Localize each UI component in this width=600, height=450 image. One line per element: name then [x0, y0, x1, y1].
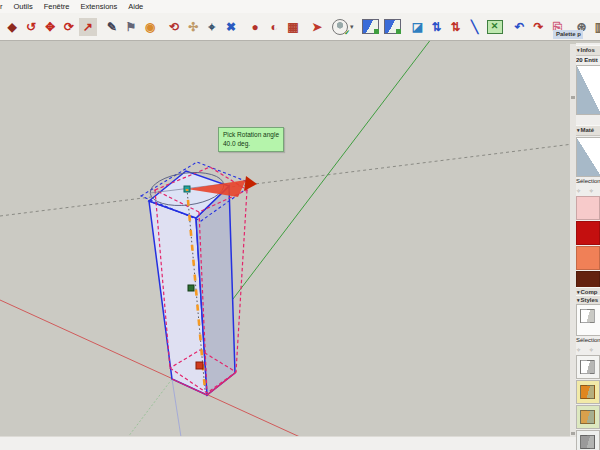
section-cut-red-icon[interactable]: ⇅	[447, 18, 465, 36]
style-orange-yellow[interactable]	[576, 380, 600, 404]
materials-selection-tab[interactable]: Sélection	[576, 177, 600, 185]
menu-item-aide[interactable]: Aide	[128, 2, 143, 11]
status-bar	[0, 436, 600, 450]
redo-icon[interactable]: ↷	[530, 18, 548, 36]
material-triangle-preview	[577, 138, 600, 176]
entity-info-header[interactable]: ▾Infos	[576, 45, 600, 56]
tray-title: Palette p	[553, 30, 583, 39]
orbit-icon[interactable]: ⟲	[165, 18, 183, 36]
rotate-circle-icon[interactable]: ⟳	[60, 18, 78, 36]
style-thumb-list	[576, 355, 600, 450]
style-cube-preview	[580, 309, 595, 323]
signin-check-icon: ✓	[344, 29, 350, 37]
toolbar-group: ●◐▦	[244, 18, 304, 36]
menu-item-fentre[interactable]: Fenêtre	[44, 2, 70, 11]
menu-item-extensions[interactable]: Extensions	[81, 2, 118, 11]
rotation-tooltip: Pick Rotation angle 40.0 deg.	[218, 127, 284, 152]
style-default-white[interactable]	[576, 355, 600, 379]
move-cross-icon[interactable]: ✥	[41, 18, 59, 36]
paint-bucket-icon[interactable]: ◉	[141, 18, 159, 36]
menu-item-partial[interactable]: r	[0, 2, 3, 11]
materials-header[interactable]: ▾Maté	[576, 125, 600, 136]
red-marker-tool-icon[interactable]: ➤	[308, 18, 326, 36]
avatar-dropdown-icon[interactable]: ▾	[350, 23, 354, 31]
component-cabinet-icon[interactable]: ▥	[592, 18, 600, 36]
import-arrow-icon[interactable]: ◆	[3, 18, 21, 36]
scrollbar-mark[interactable]	[571, 96, 575, 99]
undo-icon[interactable]: ↶	[511, 18, 529, 36]
style-cube-icon	[580, 360, 595, 374]
toolbar-group: ✓▾	[330, 19, 356, 35]
entity-info-preview	[576, 65, 600, 115]
signin-avatar-icon[interactable]: ✓	[332, 19, 348, 35]
blue-axis-line	[172, 379, 181, 437]
green-axis-negative	[128, 379, 172, 437]
zoom-extents-icon[interactable]: ✖	[222, 18, 240, 36]
styles-nav-arrows[interactable]: ✧ ✧	[576, 346, 600, 355]
style-monochrome-gray[interactable]	[576, 430, 600, 450]
dims-note-icon[interactable]: ⚑	[122, 18, 140, 36]
swatch-red[interactable]	[576, 221, 600, 245]
materials-nav-arrows[interactable]: ✧ ✧	[576, 187, 600, 196]
tooltip-line2: 40.0 deg.	[223, 139, 279, 148]
red-axis-line	[0, 300, 300, 437]
toolbar-group: ✎⚑◉	[101, 18, 161, 36]
rotate-cursor-arrow	[244, 176, 257, 191]
menu-bar: r OutilsFenêtreExtensionsAide	[0, 0, 600, 13]
toolbar-group	[358, 19, 405, 34]
edge-style-line-icon[interactable]: ╲	[466, 18, 484, 36]
materials-preview	[576, 137, 600, 177]
eyedropper-icon[interactable]: ✎	[103, 18, 121, 36]
midpoint-marker-green[interactable]	[188, 285, 194, 291]
section-plane-2-icon[interactable]	[384, 19, 401, 34]
material-swatch-list	[576, 196, 600, 295]
menu-item-outils[interactable]: Outils	[14, 2, 33, 11]
face-camera-2-icon[interactable]: ◐	[265, 18, 283, 36]
styles-selection-tab[interactable]: Sélection	[576, 336, 600, 344]
section-plane-1-icon[interactable]	[362, 19, 379, 34]
right-tray: ▾Infos 20 Entit ▾Maté Sélection ✧ ✧ ▾Com…	[576, 43, 600, 450]
model-scene	[0, 41, 573, 437]
collapse-arrow-icon: ▾	[577, 297, 580, 303]
rotate-swirl-icon[interactable]: ↺	[22, 18, 40, 36]
toolbar-group: ◆↺✥⟳↗	[1, 18, 99, 36]
toolbar-group: ⟲✣⌖✖	[163, 18, 242, 36]
style-cube-icon	[580, 435, 595, 449]
signin-avatar[interactable]: ✓▾	[332, 19, 354, 35]
style-orange-green[interactable]	[576, 405, 600, 429]
section-cut-blue-icon[interactable]: ⇅	[428, 18, 446, 36]
styles-preview	[576, 304, 600, 336]
modeling-viewport[interactable]: Pick Rotation angle 40.0 deg.	[0, 41, 573, 437]
scale-stretch-icon[interactable]: ↗	[79, 18, 97, 36]
toolbar-group: ◪⇅⇅╲✕	[407, 18, 507, 36]
toolbar: ◆↺✥⟳↗✎⚑◉⟲✣⌖✖●◐▦➤✓▾◪⇅⇅╲✕↶↷⎘⊛▥⌂⌂⌂⊓▩▩▨▧	[0, 13, 600, 41]
entity-count: 20 Entit	[576, 56, 600, 64]
swatch-salmon[interactable]	[576, 246, 600, 270]
toolbar-group: ➤	[306, 18, 328, 36]
style-cube-icon	[580, 410, 595, 424]
scrollbar-mark[interactable]	[571, 432, 575, 435]
endpoint-marker-red[interactable]	[196, 362, 203, 369]
tooltip-line1: Pick Rotation angle	[223, 130, 279, 139]
sketchup-window: r OutilsFenêtreExtensionsAide ◆↺✥⟳↗✎⚑◉⟲✣…	[0, 0, 600, 450]
pan-icon[interactable]: ✣	[184, 18, 202, 36]
green-axes-box-icon[interactable]: ✕	[487, 20, 503, 34]
material-triangle-preview	[577, 66, 600, 114]
collapse-arrow-icon: ▾	[577, 47, 580, 53]
match-photo-icon[interactable]: ▦	[284, 18, 302, 36]
zoom-icon[interactable]: ⌖	[203, 18, 221, 36]
swatch-pink[interactable]	[576, 196, 600, 220]
inference-dashed-line	[0, 144, 573, 216]
section-display-icon[interactable]: ◪	[409, 18, 427, 36]
collapse-arrow-icon: ▾	[577, 127, 580, 133]
face-camera-1-icon[interactable]: ●	[246, 18, 264, 36]
style-cube-icon	[580, 385, 595, 399]
